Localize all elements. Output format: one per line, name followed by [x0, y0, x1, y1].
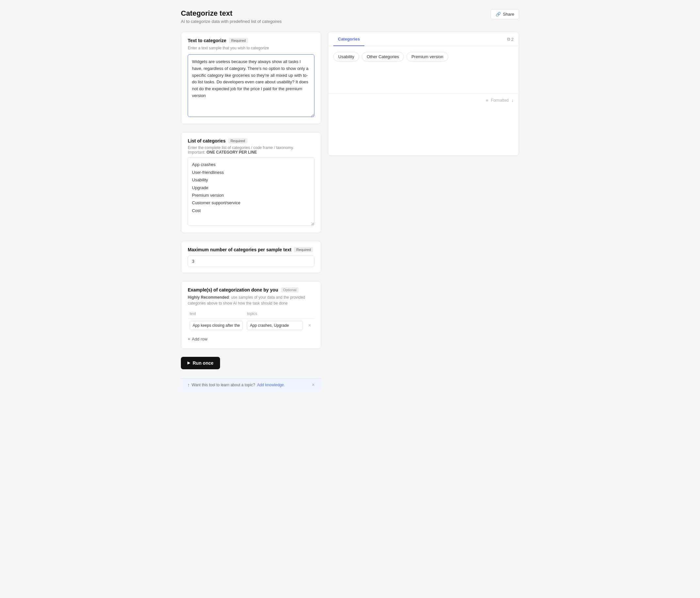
categories-input[interactable] — [188, 157, 315, 225]
category-tag[interactable]: Premium version — [406, 52, 448, 62]
tab-categories[interactable]: Categories — [333, 32, 365, 46]
example-text-input[interactable] — [190, 321, 243, 330]
play-icon: ▶ — [188, 361, 190, 365]
max-categories-title: Maximum number of categories per sample … — [188, 247, 291, 252]
share-button[interactable]: 🔗 Share — [491, 9, 519, 19]
right-panel-content: Usability Other Categories Premium versi… — [328, 46, 519, 74]
text-required-badge: Required — [229, 38, 248, 43]
example-topics-input[interactable] — [247, 321, 303, 330]
right-panel: Categories ⧉ 2 Usability Other Categorie… — [328, 32, 519, 156]
examples-section: Example(s) of categorization done by you… — [181, 281, 321, 349]
page-title: Categorize text — [181, 9, 519, 18]
copy-icon: ⧉ — [507, 37, 510, 42]
add-knowledge-link[interactable]: Add knowledge. — [257, 383, 285, 387]
run-button-wrapper: ▶ Run once — [181, 357, 321, 369]
knowledge-icon: ↑ — [188, 382, 190, 387]
run-once-button[interactable]: ▶ Run once — [181, 357, 220, 369]
formatted-icon: ≡ — [486, 98, 489, 103]
add-row-button[interactable]: + Add row — [188, 335, 207, 343]
category-tags-container: Usability Other Categories Premium versi… — [333, 52, 514, 62]
categories-section-title: List of categories — [188, 138, 226, 143]
download-icon[interactable]: ↓ — [511, 98, 514, 103]
right-panel-footer: ≡ Formatted ↓ — [328, 93, 519, 107]
table-row: × — [188, 318, 315, 332]
max-categories-section: Maximum number of categories per sample … — [181, 241, 321, 273]
max-required-badge: Required — [294, 247, 313, 252]
examples-optional-badge: Optional — [281, 287, 299, 292]
examples-table: text topics — [188, 310, 315, 332]
col-text-header: text — [188, 310, 245, 319]
max-categories-input[interactable] — [188, 256, 315, 267]
text-section-title: Text to categorize — [188, 38, 226, 43]
knowledge-text: Want this tool to learn about a topic? — [192, 383, 255, 387]
examples-rows: × — [188, 318, 315, 332]
category-tag[interactable]: Usability — [333, 52, 359, 62]
plus-icon: + — [188, 337, 190, 341]
text-to-categorize-input[interactable] — [188, 54, 315, 117]
right-panel-tabs: Categories ⧉ 2 — [328, 32, 519, 46]
examples-section-title: Example(s) of categorization done by you — [188, 287, 278, 292]
remove-row-button[interactable]: × — [307, 322, 312, 329]
list-of-categories-section: List of categories Required Enter the co… — [181, 132, 321, 233]
left-panel: Text to categorize Required Enter a text… — [181, 32, 321, 391]
text-section-desc: Enter a text sample that you wish to cat… — [188, 45, 315, 51]
text-to-categorize-section: Text to categorize Required Enter a text… — [181, 32, 321, 124]
share-icon: 🔗 — [496, 12, 501, 17]
categories-desc: Enter the complete list of categories / … — [188, 145, 315, 154]
examples-desc: Highly Recommended: use samples of your … — [188, 294, 315, 306]
page-subtitle: AI to categorize data with predefined li… — [181, 19, 519, 24]
category-tag[interactable]: Other Categories — [362, 52, 404, 62]
formatted-label: Formatted — [491, 98, 509, 103]
categories-required-badge: Required — [228, 138, 248, 143]
col-topics-header: topics — [245, 310, 305, 319]
close-bar-button[interactable]: × — [312, 382, 315, 388]
tab-count: ⧉ 2 — [507, 32, 514, 46]
knowledge-bar: ↑ Want this tool to learn about a topic?… — [181, 378, 321, 391]
